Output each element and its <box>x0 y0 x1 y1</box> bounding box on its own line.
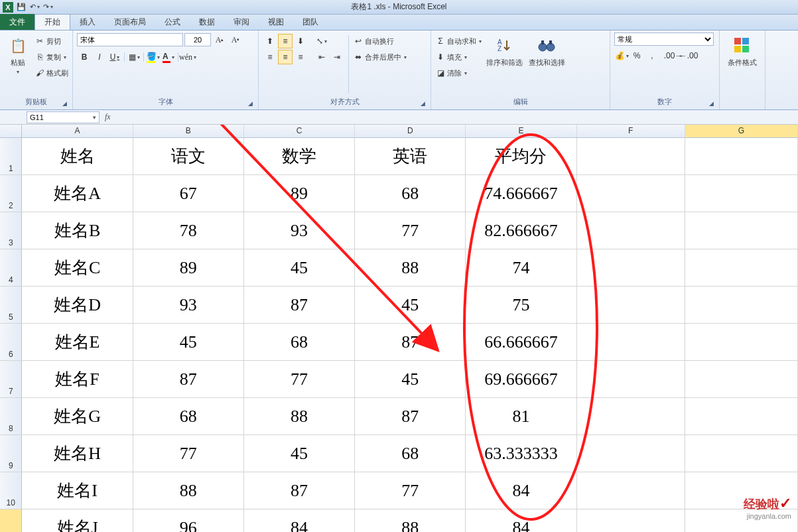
svg-rect-10 <box>734 46 741 52</box>
number-launcher-icon[interactable]: ◢ <box>709 100 714 107</box>
bucket-icon: 🪣 <box>147 52 156 63</box>
binoculars-icon <box>536 35 557 56</box>
font-size-input[interactable] <box>184 33 211 46</box>
eraser-icon: ◪ <box>435 68 446 78</box>
find-select-button[interactable]: 查找和选择 <box>527 33 566 68</box>
border-button[interactable]: ▦ <box>127 50 141 64</box>
tab-insert[interactable]: 插入 <box>70 14 105 30</box>
check-icon: ✓ <box>779 495 791 511</box>
cut-button[interactable]: ✂剪切 <box>34 34 68 48</box>
formula-bar: G11 ▾ fx <box>0 110 798 125</box>
svg-rect-6 <box>541 40 544 44</box>
spreadsheet-grid: A B C D E F G 1 姓名 语文 数学 英语 平均分 2姓名A6789… <box>0 125 798 532</box>
watermark: 经验啦✓ jingyanla.com <box>744 495 791 520</box>
ribbon-tabs: 文件 开始 插入 页面布局 公式 数据 审阅 视图 团队 <box>0 15 798 31</box>
undo-icon[interactable]: ↶ <box>29 2 40 13</box>
cut-icon: ✂ <box>34 36 45 46</box>
window-title: 表格1 .xls - Microsoft Excel <box>351 1 446 13</box>
sort-icon: AZ <box>494 35 515 56</box>
fill-color-button[interactable]: 🪣 <box>146 50 161 64</box>
svg-rect-11 <box>742 46 749 52</box>
align-launcher-icon[interactable]: ◢ <box>421 100 425 107</box>
clear-button[interactable]: ◪清除 <box>435 66 482 80</box>
tab-review[interactable]: 审阅 <box>224 14 259 30</box>
italic-button[interactable]: I <box>92 50 107 64</box>
svg-rect-9 <box>742 38 749 44</box>
clipboard-launcher-icon[interactable]: ◢ <box>62 100 67 107</box>
excel-icon: X <box>3 2 13 13</box>
group-font: A▴ A▾ B I U ▦ 🪣 A wén 字体◢ <box>73 31 259 109</box>
increase-indent-icon[interactable]: ⇥ <box>330 50 344 64</box>
tab-data[interactable]: 数据 <box>190 14 224 30</box>
formula-input[interactable] <box>113 111 798 123</box>
title-bar: X 💾 ↶ ↷ 表格1 .xls - Microsoft Excel <box>0 0 798 15</box>
decrease-decimal-icon[interactable]: ←.00 <box>681 48 696 63</box>
svg-text:Z: Z <box>498 45 501 52</box>
merge-button[interactable]: ⬌合并后居中 <box>353 50 407 64</box>
merge-icon: ⬌ <box>353 52 364 62</box>
svg-point-13 <box>464 135 597 519</box>
quick-access-toolbar: X 💾 ↶ ↷ <box>3 2 53 13</box>
fx-icon[interactable]: fx <box>105 112 111 122</box>
currency-button[interactable]: 💰 <box>614 48 629 63</box>
svg-rect-7 <box>549 40 552 44</box>
tab-view[interactable]: 视图 <box>259 14 293 30</box>
align-right-icon[interactable]: ≡ <box>293 50 308 64</box>
save-icon[interactable]: 💾 <box>16 2 27 13</box>
svg-rect-8 <box>734 38 741 44</box>
underline-button[interactable]: U <box>107 50 122 64</box>
sigma-icon: Σ <box>435 36 446 46</box>
redo-icon[interactable]: ↷ <box>42 2 53 13</box>
align-bottom-icon[interactable]: ⬇ <box>293 34 308 48</box>
tab-layout[interactable]: 页面布局 <box>105 14 155 30</box>
increase-font-icon[interactable]: A▴ <box>212 33 227 47</box>
tab-formula[interactable]: 公式 <box>155 14 190 30</box>
fill-button[interactable]: ⬇填充 <box>435 50 482 64</box>
cond-format-button[interactable]: 条件格式 <box>724 33 761 68</box>
ribbon: 📋 粘贴 ▾ ✂剪切 ⎘复制 🖌格式刷 剪贴板◢ A▴ A▾ B I <box>0 31 798 110</box>
svg-line-12 <box>216 125 438 350</box>
group-alignment: ⬆ ≡ ⬇ ⤡ ≡ ≡ ≡ ⇤ ⇥ ↩自动换行 ⬌合并后居中 <box>259 31 431 109</box>
group-number: 常规 💰 % , .00→ ←.00 数字◢ <box>610 31 720 109</box>
group-clipboard: 📋 粘贴 ▾ ✂剪切 ⎘复制 🖌格式刷 剪贴板◢ <box>0 31 73 109</box>
cond-format-icon <box>732 35 753 56</box>
file-tab[interactable]: 文件 <box>0 14 34 30</box>
paste-icon: 📋 <box>7 35 29 56</box>
decrease-indent-icon[interactable]: ⇤ <box>314 50 329 64</box>
wrap-icon: ↩ <box>353 36 364 46</box>
autosum-button[interactable]: Σ自动求和 <box>435 34 482 48</box>
phonetic-button[interactable]: wén <box>180 50 195 64</box>
font-launcher-icon[interactable]: ◢ <box>248 100 253 107</box>
align-left-icon[interactable]: ≡ <box>263 50 277 64</box>
percent-button[interactable]: % <box>630 48 644 63</box>
name-box-dropdown-icon[interactable]: ▾ <box>93 114 96 121</box>
number-format-select[interactable]: 常规 <box>614 33 714 46</box>
paste-button[interactable]: 📋 粘贴 ▾ <box>4 33 32 75</box>
copy-button[interactable]: ⎘复制 <box>34 50 68 64</box>
brush-icon: 🖌 <box>34 68 45 78</box>
font-color-button[interactable]: A <box>161 50 176 64</box>
tab-home[interactable]: 开始 <box>34 14 70 30</box>
bold-button[interactable]: B <box>77 50 92 64</box>
align-top-icon[interactable]: ⬆ <box>263 34 277 48</box>
align-center-icon[interactable]: ≡ <box>278 50 293 64</box>
group-styles: 条件格式 <box>720 31 765 109</box>
name-box[interactable]: G11 ▾ <box>27 111 100 123</box>
annotation-overlay <box>0 125 798 532</box>
fill-down-icon: ⬇ <box>435 52 446 62</box>
sort-filter-button[interactable]: AZ 排序和筛选 <box>484 33 524 68</box>
align-middle-icon[interactable]: ≡ <box>278 34 293 48</box>
group-editing: Σ自动求和 ⬇填充 ◪清除 AZ 排序和筛选 查找和选择 编辑 <box>431 31 610 109</box>
orientation-icon[interactable]: ⤡ <box>314 34 329 48</box>
tab-team[interactable]: 团队 <box>293 14 328 30</box>
svg-text:X: X <box>5 3 11 11</box>
format-painter-button[interactable]: 🖌格式刷 <box>34 66 68 80</box>
paste-label: 粘贴 <box>11 58 25 68</box>
wrap-text-button[interactable]: ↩自动换行 <box>353 34 407 48</box>
decrease-font-icon[interactable]: A▾ <box>228 33 243 47</box>
font-name-input[interactable] <box>77 33 183 46</box>
comma-button[interactable]: , <box>645 48 659 63</box>
copy-icon: ⎘ <box>34 52 45 62</box>
